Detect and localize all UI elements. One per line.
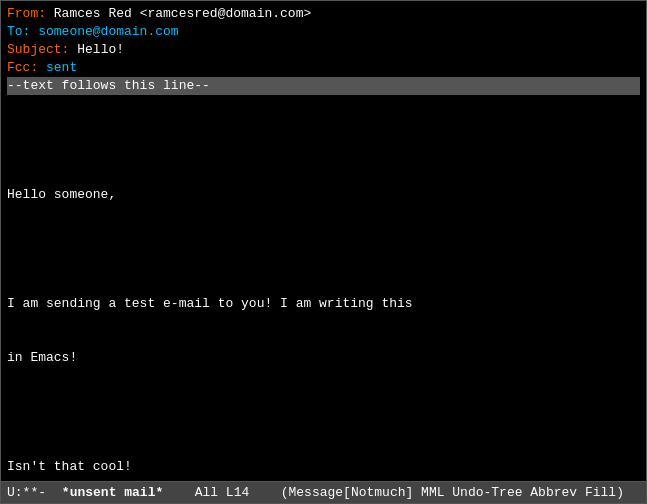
separator-line: --text follows this line--: [7, 77, 640, 95]
header-to-line: To: someone@domain.com: [7, 23, 640, 41]
separator-text: --text follows this line--: [7, 78, 210, 93]
to-label: To:: [7, 24, 30, 39]
fcc-value: sent: [38, 60, 77, 75]
status-buffer: *unsent mail*: [62, 485, 163, 500]
from-value: Ramces Red <ramcesred@domain.com>: [46, 6, 311, 21]
status-bar: U:**- *unsent mail* All L14 (Message[Not…: [1, 481, 646, 503]
email-content[interactable]: From: Ramces Red <ramcesred@domain.com> …: [1, 1, 646, 481]
body-line3: [7, 240, 640, 258]
status-mode: U:**-: [7, 485, 46, 500]
header-fcc-line: Fcc: sent: [7, 59, 640, 77]
email-body[interactable]: Hello someone, I am sending a test e-mai…: [7, 95, 640, 481]
body-line6: [7, 403, 640, 421]
header-from-line: From: Ramces Red <ramcesred@domain.com>: [7, 5, 640, 23]
status-pos: All L14: [195, 485, 250, 500]
body-line7: Isn't that cool!: [7, 458, 640, 476]
subject-label: Subject:: [7, 42, 69, 57]
subject-value: Hello!: [69, 42, 124, 57]
to-value: someone@domain.com: [30, 24, 178, 39]
body-line1: [7, 131, 640, 149]
status-modes: (Message[Notmuch] MML Undo-Tree Abbrev F…: [281, 485, 624, 500]
body-line5: in Emacs!: [7, 349, 640, 367]
editor-window: From: Ramces Red <ramcesred@domain.com> …: [0, 0, 647, 504]
from-label: From:: [7, 6, 46, 21]
fcc-label: Fcc:: [7, 60, 38, 75]
body-line2: Hello someone,: [7, 186, 640, 204]
body-line4: I am sending a test e-mail to you! I am …: [7, 295, 640, 313]
header-subject-line: Subject: Hello!: [7, 41, 640, 59]
